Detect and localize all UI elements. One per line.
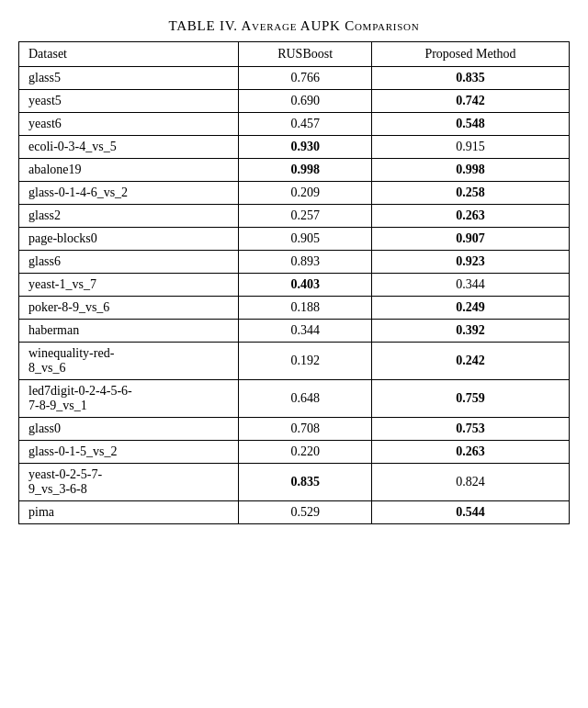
cell-dataset: yeast-0-2-5-7-9_vs_3-6-8 bbox=[19, 464, 239, 501]
cell-rusboost: 0.690 bbox=[239, 90, 372, 113]
cell-dataset: led7digit-0-2-4-5-6-7-8-9_vs_1 bbox=[19, 380, 239, 418]
cell-dataset: glass2 bbox=[19, 205, 239, 228]
cell-rusboost: 0.708 bbox=[239, 418, 372, 441]
cell-dataset: abalone19 bbox=[19, 159, 239, 182]
table-row: page-blocks00.9050.907 bbox=[19, 228, 570, 251]
cell-rusboost: 0.192 bbox=[239, 343, 372, 380]
table-row: yeast-1_vs_70.4030.344 bbox=[19, 274, 570, 297]
cell-proposed: 0.263 bbox=[372, 205, 570, 228]
cell-proposed: 0.835 bbox=[372, 67, 570, 90]
cell-dataset: yeast6 bbox=[19, 113, 239, 136]
table-row: glass50.7660.835 bbox=[19, 67, 570, 90]
table-row: glass00.7080.753 bbox=[19, 418, 570, 441]
table-row: led7digit-0-2-4-5-6-7-8-9_vs_10.6480.759 bbox=[19, 380, 570, 418]
cell-proposed: 0.759 bbox=[372, 380, 570, 418]
cell-proposed: 0.548 bbox=[372, 113, 570, 136]
cell-dataset: page-blocks0 bbox=[19, 228, 239, 251]
table-row: yeast50.6900.742 bbox=[19, 90, 570, 113]
cell-proposed: 0.907 bbox=[372, 228, 570, 251]
page-container: TABLE IV. Average AUPK Comparison Datase… bbox=[18, 18, 570, 524]
table-row: ecoli-0-3-4_vs_50.9300.915 bbox=[19, 136, 570, 159]
table-row: glass-0-1-4-6_vs_20.2090.258 bbox=[19, 182, 570, 205]
cell-rusboost: 0.403 bbox=[239, 274, 372, 297]
cell-rusboost: 0.257 bbox=[239, 205, 372, 228]
cell-rusboost: 0.930 bbox=[239, 136, 372, 159]
cell-rusboost: 0.220 bbox=[239, 441, 372, 464]
comparison-table: Dataset RUSBoost Proposed Method glass50… bbox=[18, 41, 570, 524]
col-header-rusboost: RUSBoost bbox=[239, 42, 372, 67]
cell-rusboost: 0.344 bbox=[239, 320, 372, 343]
cell-dataset: winequality-red-8_vs_6 bbox=[19, 343, 239, 380]
table-row: abalone190.9980.998 bbox=[19, 159, 570, 182]
cell-dataset: ecoli-0-3-4_vs_5 bbox=[19, 136, 239, 159]
cell-rusboost: 0.209 bbox=[239, 182, 372, 205]
cell-dataset: glass-0-1-5_vs_2 bbox=[19, 441, 239, 464]
cell-rusboost: 0.893 bbox=[239, 251, 372, 274]
cell-proposed: 0.824 bbox=[372, 464, 570, 501]
cell-proposed: 0.742 bbox=[372, 90, 570, 113]
cell-proposed: 0.998 bbox=[372, 159, 570, 182]
cell-dataset: yeast5 bbox=[19, 90, 239, 113]
table-row: winequality-red-8_vs_60.1920.242 bbox=[19, 343, 570, 380]
cell-rusboost: 0.188 bbox=[239, 297, 372, 320]
cell-proposed: 0.544 bbox=[372, 501, 570, 524]
cell-dataset: glass6 bbox=[19, 251, 239, 274]
cell-proposed: 0.344 bbox=[372, 274, 570, 297]
table-row: glass60.8930.923 bbox=[19, 251, 570, 274]
cell-rusboost: 0.529 bbox=[239, 501, 372, 524]
table-row: glass20.2570.263 bbox=[19, 205, 570, 228]
col-header-proposed: Proposed Method bbox=[372, 42, 570, 67]
cell-rusboost: 0.998 bbox=[239, 159, 372, 182]
cell-dataset: glass-0-1-4-6_vs_2 bbox=[19, 182, 239, 205]
cell-dataset: glass5 bbox=[19, 67, 239, 90]
cell-proposed: 0.915 bbox=[372, 136, 570, 159]
cell-rusboost: 0.766 bbox=[239, 67, 372, 90]
table-row: haberman0.3440.392 bbox=[19, 320, 570, 343]
cell-proposed: 0.249 bbox=[372, 297, 570, 320]
table-row: yeast60.4570.548 bbox=[19, 113, 570, 136]
table-row: pima0.5290.544 bbox=[19, 501, 570, 524]
cell-rusboost: 0.835 bbox=[239, 464, 372, 501]
cell-rusboost: 0.905 bbox=[239, 228, 372, 251]
table-row: yeast-0-2-5-7-9_vs_3-6-80.8350.824 bbox=[19, 464, 570, 501]
cell-dataset: glass0 bbox=[19, 418, 239, 441]
header-row: Dataset RUSBoost Proposed Method bbox=[19, 42, 570, 67]
table-body: glass50.7660.835yeast50.6900.742yeast60.… bbox=[19, 67, 570, 524]
cell-proposed: 0.923 bbox=[372, 251, 570, 274]
cell-proposed: 0.263 bbox=[372, 441, 570, 464]
table-title: TABLE IV. Average AUPK Comparison bbox=[18, 18, 570, 34]
cell-dataset: poker-8-9_vs_6 bbox=[19, 297, 239, 320]
cell-dataset: pima bbox=[19, 501, 239, 524]
cell-rusboost: 0.648 bbox=[239, 380, 372, 418]
cell-dataset: yeast-1_vs_7 bbox=[19, 274, 239, 297]
col-header-dataset: Dataset bbox=[19, 42, 239, 67]
cell-proposed: 0.258 bbox=[372, 182, 570, 205]
table-row: glass-0-1-5_vs_20.2200.263 bbox=[19, 441, 570, 464]
table-row: poker-8-9_vs_60.1880.249 bbox=[19, 297, 570, 320]
cell-proposed: 0.392 bbox=[372, 320, 570, 343]
cell-rusboost: 0.457 bbox=[239, 113, 372, 136]
cell-dataset: haberman bbox=[19, 320, 239, 343]
cell-proposed: 0.753 bbox=[372, 418, 570, 441]
cell-proposed: 0.242 bbox=[372, 343, 570, 380]
